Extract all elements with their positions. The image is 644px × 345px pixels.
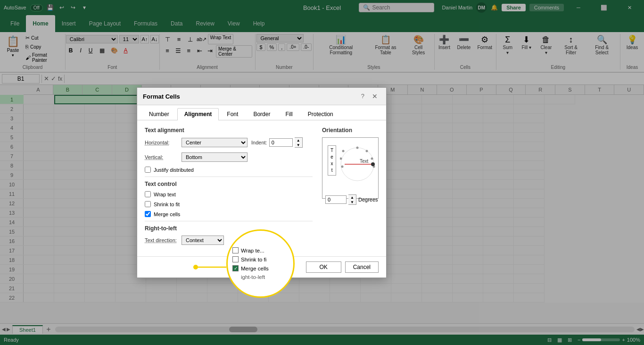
cell-row20-col15[interactable] [483, 274, 514, 284]
format-cells-button[interactable]: ⚙ Format [475, 34, 495, 51]
cell-row22-col0[interactable] [24, 293, 54, 303]
cell-row7-col14[interactable] [453, 151, 483, 161]
dialog-tab-border[interactable]: Border [246, 108, 277, 120]
cell-row21-col9[interactable] [299, 284, 330, 293]
cell-row15-col15[interactable] [483, 227, 514, 236]
cell-row22-col11[interactable] [361, 293, 391, 303]
dialog-tab-font[interactable]: Font [220, 108, 245, 120]
cell-row4-col1[interactable] [54, 123, 85, 133]
customize-icon[interactable]: ▾ [81, 4, 88, 11]
redo-icon[interactable]: ↪ [69, 4, 77, 11]
cancel-formula-icon[interactable]: ✕ [44, 75, 49, 82]
currency-button[interactable]: $ [256, 43, 265, 51]
cell-row14-col14[interactable] [453, 218, 483, 227]
cell-row4-col15[interactable] [483, 123, 514, 133]
autosave-toggle[interactable]: Off [30, 4, 43, 11]
cell-row22-col2[interactable] [85, 293, 116, 303]
cell-row13-col0[interactable] [24, 208, 54, 218]
cell-row18-col14[interactable] [453, 255, 483, 265]
row-num-7[interactable]: 7 [0, 151, 24, 161]
percent-button[interactable]: % [267, 43, 277, 51]
col-header-p[interactable]: P [467, 85, 496, 94]
cell-row4-col0[interactable] [24, 123, 54, 133]
insert-function-icon[interactable]: fx [58, 76, 62, 82]
close-button[interactable]: ✕ [619, 0, 640, 15]
cell-row3-col12[interactable] [391, 114, 422, 123]
font-name-select[interactable]: Calibri [66, 35, 118, 43]
cell-row22-col5[interactable] [177, 293, 207, 303]
undo-icon[interactable]: ↩ [58, 4, 66, 11]
cell-row6-col2[interactable] [85, 142, 116, 151]
cell-row15-col12[interactable] [391, 227, 422, 236]
tab-formulas[interactable]: Formulas [127, 15, 164, 32]
cell-row14-col13[interactable] [422, 218, 453, 227]
page-layout-icon[interactable]: ▦ [557, 337, 562, 343]
cell-row6-col12[interactable] [391, 142, 422, 151]
cell-row21-col16[interactable] [514, 284, 545, 293]
cell-row3-col14[interactable] [453, 114, 483, 123]
cell-row7-col1[interactable] [54, 151, 85, 161]
row-num-3[interactable]: 3 [0, 114, 24, 123]
cell-row5-col16[interactable] [514, 133, 545, 142]
align-left-button[interactable]: ≡ [163, 45, 173, 56]
conditional-formatting-button[interactable]: 📊 Conditional Formatting [316, 34, 365, 57]
cell-row20-col13[interactable] [422, 274, 453, 284]
align-top-button[interactable]: ⊤ [163, 34, 173, 44]
sum-button[interactable]: Σ Sum ▾ [499, 34, 516, 57]
search-input[interactable] [372, 4, 429, 11]
cell-row16-col12[interactable] [391, 236, 422, 246]
cell-styles-button[interactable]: 🎨 Cell Styles [405, 34, 431, 57]
cell-row20-col2[interactable] [85, 274, 116, 284]
cell-row5-col13[interactable] [422, 133, 453, 142]
cell-row12-col1[interactable] [54, 199, 85, 208]
page-break-icon[interactable]: ⊞ [568, 337, 572, 343]
cell-row5-col15[interactable] [483, 133, 514, 142]
zoom-level[interactable]: 100% [627, 337, 640, 343]
cell-row4-col13[interactable] [422, 123, 453, 133]
cell-row3-col16[interactable] [514, 114, 545, 123]
cell-row7-col2[interactable] [85, 151, 116, 161]
orientation-button[interactable]: ab↗ [197, 34, 207, 44]
shrink-to-fit-checkbox[interactable] [145, 201, 151, 207]
cell-row3-col1[interactable] [54, 114, 85, 123]
cell-row22-col9[interactable] [299, 293, 330, 303]
cell-row3-col2[interactable] [85, 114, 116, 123]
cell-row20-col16[interactable] [514, 274, 545, 284]
cell-row11-col2[interactable] [85, 189, 116, 199]
cell-row10-col0[interactable] [24, 180, 54, 189]
cell-row21-col11[interactable] [361, 284, 391, 293]
cell-a1[interactable] [24, 95, 54, 104]
cell-row6-col16[interactable] [514, 142, 545, 151]
bold-button[interactable]: B [66, 46, 76, 55]
cell-row12-col12[interactable] [391, 199, 422, 208]
cell-row16-col0[interactable] [24, 236, 54, 246]
row-num-11[interactable]: 11 [0, 189, 24, 199]
cell-row22-col6[interactable] [207, 293, 238, 303]
cell-row11-col12[interactable] [391, 189, 422, 199]
cell-row10-col16[interactable] [514, 180, 545, 189]
cell-row20-col12[interactable] [391, 274, 422, 284]
cell-row8-col2[interactable] [85, 161, 116, 170]
cell-row21-col12[interactable] [391, 284, 422, 293]
increase-indent-button[interactable]: ⇥ [205, 45, 215, 56]
tab-file[interactable]: File [4, 15, 26, 32]
align-middle-button[interactable]: ≡ [174, 34, 184, 44]
cell-row22-col7[interactable] [238, 293, 269, 303]
cell-row15-col14[interactable] [453, 227, 483, 236]
decimal-increase-button[interactable]: .0+ [287, 43, 299, 51]
justify-distributed-checkbox[interactable] [145, 167, 151, 173]
comma-button[interactable]: , [278, 43, 285, 51]
col-header-r[interactable]: R [526, 85, 555, 94]
cell-row15-col0[interactable] [24, 227, 54, 236]
cell-row10-col13[interactable] [422, 180, 453, 189]
scroll-end-left-icon[interactable]: ◀ [636, 327, 640, 332]
cell-row8-col16[interactable] [514, 161, 545, 170]
dialog-tab-fill[interactable]: Fill [278, 108, 299, 120]
cell-row18-col16[interactable] [514, 255, 545, 265]
row-num-22[interactable]: 22 [0, 293, 24, 303]
user-avatar[interactable]: DM [476, 2, 487, 13]
format-painter-button[interactable]: 🖌Format Painter [23, 51, 62, 64]
font-size-select[interactable]: 11 [119, 35, 139, 43]
cell-row7-col13[interactable] [422, 151, 453, 161]
tab-view[interactable]: View [221, 15, 247, 32]
